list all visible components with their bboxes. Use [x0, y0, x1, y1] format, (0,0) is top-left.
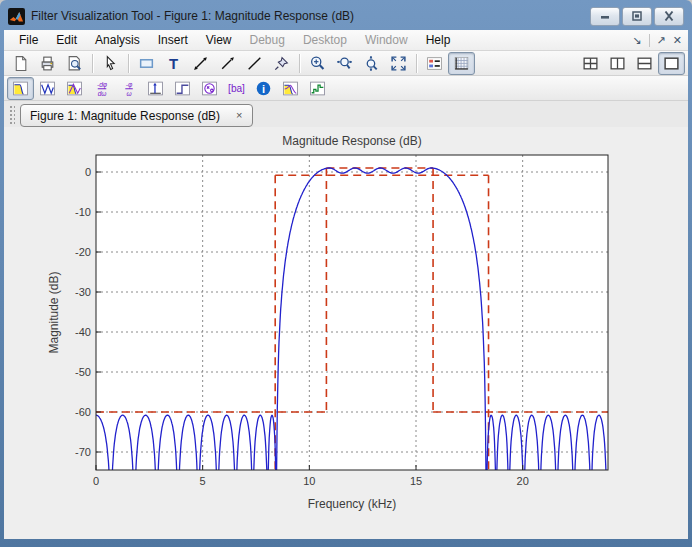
analysis-magnitude-button[interactable] [7, 77, 34, 100]
layout-columns-icon [609, 55, 626, 72]
new-document-icon [12, 55, 29, 72]
analysis-coefficients-icon: [ba] [228, 80, 245, 97]
menu-item-insert[interactable]: Insert [149, 30, 197, 50]
menu-bar: FileEditAnalysisInsertViewDebugDesktopWi… [4, 30, 688, 51]
dock-arrow-icon[interactable]: ↘ [632, 34, 641, 47]
y-axis-label: Magnitude (dB) [47, 271, 61, 353]
print-preview-button[interactable] [61, 52, 88, 75]
menu-item-window[interactable]: Window [356, 30, 417, 50]
window-title: Filter Visualization Tool - Figure 1: Ma… [31, 9, 354, 23]
separator [649, 34, 650, 47]
print-preview-icon [66, 55, 83, 72]
analysis-mag-phase-button[interactable] [61, 77, 88, 100]
toolbar-separator [299, 54, 300, 73]
analysis-mag-estimate-button[interactable] [277, 77, 304, 100]
grid-toggle-button[interactable] [448, 52, 475, 75]
x-tick-label: 5 [200, 475, 206, 487]
svg-text:ω: ω [126, 89, 131, 96]
line-tool-button[interactable] [241, 52, 268, 75]
rectangle-tool-button[interactable] [133, 52, 160, 75]
undock-arrow-icon[interactable]: ↗ [657, 34, 666, 47]
full-view-button[interactable] [385, 52, 412, 75]
analysis-coefficients-button[interactable]: [ba] [223, 77, 250, 100]
tab-figure1[interactable]: Figure 1: Magnitude Response (dB) × [20, 104, 253, 127]
analysis-phase-delay-button[interactable]: -φω [115, 77, 142, 100]
y-tick-label: -40 [75, 326, 91, 338]
tab-strip: Figure 1: Magnitude Response (dB) × [4, 101, 688, 127]
zoom-x-button[interactable] [331, 52, 358, 75]
restore-icon [629, 10, 645, 22]
y-tick-label: 0 [85, 166, 91, 178]
analysis-group-delay-button[interactable]: -dφdω [88, 77, 115, 100]
layout-single-icon [663, 55, 680, 72]
menu-item-edit[interactable]: Edit [47, 30, 86, 50]
client-area: FileEditAnalysisInsertViewDebugDesktopWi… [4, 30, 688, 539]
edit-pointer-icon [102, 55, 119, 72]
menu-item-desktop[interactable]: Desktop [294, 30, 356, 50]
analysis-pole-zero-icon [201, 80, 218, 97]
analysis-mag-estimate-icon [282, 80, 299, 97]
minimize-button[interactable] [590, 7, 620, 26]
x-axis-label: Frequency (kHz) [308, 497, 397, 511]
legend-toggle-button[interactable] [421, 52, 448, 75]
menu-corner-controls: ↘↗✕ [632, 34, 682, 47]
x-tick-label: 10 [303, 475, 315, 487]
analysis-noise-psd-button[interactable] [304, 77, 331, 100]
magnitude-response-plot[interactable]: 051015200-10-20-30-40-50-60-70Magnitude … [4, 127, 688, 535]
pin-tool-icon [273, 55, 290, 72]
close-toolbar-icon[interactable]: ✕ [673, 34, 682, 47]
layout-rows-button[interactable] [631, 52, 658, 75]
matlab-logo-icon [8, 8, 25, 25]
zoom-x-icon [336, 55, 353, 72]
pin-tool-button[interactable] [268, 52, 295, 75]
menu-item-file[interactable]: File [10, 30, 47, 50]
y-tick-label: -60 [75, 406, 91, 418]
analysis-impulse-button[interactable] [142, 77, 169, 100]
svg-text:i: i [262, 83, 265, 95]
menu-item-view[interactable]: View [197, 30, 241, 50]
grid-toggle-icon [453, 55, 470, 72]
arrow-tool-icon [219, 55, 236, 72]
y-tick-label: -30 [75, 286, 91, 298]
text-tool-icon: T [165, 55, 182, 72]
window-controls [590, 7, 686, 26]
toolbar-separator [128, 54, 129, 73]
analysis-pole-zero-button[interactable] [196, 77, 223, 100]
y-tick-label: -70 [75, 446, 91, 458]
menu-item-analysis[interactable]: Analysis [86, 30, 149, 50]
close-button[interactable] [654, 7, 684, 26]
tab-label: Figure 1: Magnitude Response (dB) [30, 109, 220, 123]
tab-close-icon[interactable]: × [236, 110, 242, 121]
analysis-toolbar: -dφdω-φω[ba]i [4, 76, 688, 101]
plot-title: Magnitude Response (dB) [282, 134, 421, 148]
plot-area[interactable] [96, 155, 608, 470]
print-button[interactable] [34, 52, 61, 75]
analysis-step-button[interactable] [169, 77, 196, 100]
edit-pointer-button[interactable] [97, 52, 124, 75]
analysis-info-button[interactable]: i [250, 77, 277, 100]
line-tool-icon [246, 55, 263, 72]
analysis-info-icon: i [255, 80, 272, 97]
menu-item-help[interactable]: Help [417, 30, 460, 50]
title-bar[interactable]: Filter Visualization Tool - Figure 1: Ma… [4, 0, 688, 30]
y-tick-label: -50 [75, 366, 91, 378]
new-document-button[interactable] [7, 52, 34, 75]
figure-canvas[interactable]: 051015200-10-20-30-40-50-60-70Magnitude … [4, 127, 688, 539]
text-tool-button[interactable]: T [160, 52, 187, 75]
layout-2x2-button[interactable] [577, 52, 604, 75]
layout-columns-button[interactable] [604, 52, 631, 75]
analysis-phase-icon [39, 80, 56, 97]
zoom-in-button[interactable] [304, 52, 331, 75]
restore-button[interactable] [622, 7, 652, 26]
svg-text:dω: dω [98, 89, 107, 96]
tab-drag-handle[interactable] [9, 105, 15, 125]
menu-item-debug[interactable]: Debug [241, 30, 294, 50]
arrow-tool-button[interactable] [214, 52, 241, 75]
analysis-group-delay-icon: -dφdω [93, 80, 110, 97]
rectangle-tool-icon [138, 55, 155, 72]
layout-single-button[interactable] [658, 52, 685, 75]
double-arrow-tool-button[interactable] [187, 52, 214, 75]
layout-rows-icon [636, 55, 653, 72]
zoom-y-button[interactable] [358, 52, 385, 75]
analysis-phase-button[interactable] [34, 77, 61, 100]
